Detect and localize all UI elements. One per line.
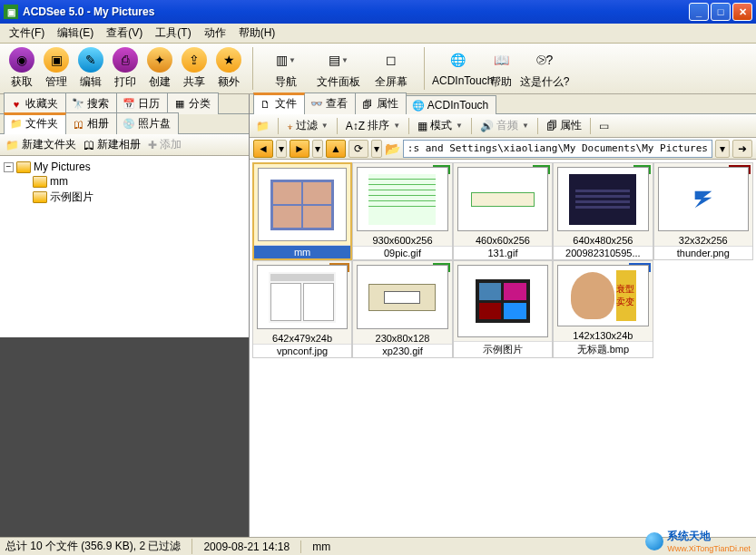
mode-button[interactable]: ▦模式▼ [415, 117, 466, 134]
calendar-icon: 📅 [123, 99, 135, 110]
path-dropdown[interactable]: ▾ [715, 140, 730, 158]
fwd-split[interactable]: ▾ [312, 140, 323, 158]
menu-help[interactable]: 帮助(H) [233, 24, 281, 43]
history-split[interactable]: ▾ [371, 140, 382, 158]
nav-button[interactable]: ▥▼导航 [260, 47, 311, 90]
menu-edit[interactable]: 编辑(E) [52, 24, 99, 43]
back-split[interactable]: ▾ [276, 140, 287, 158]
go-button[interactable]: ➜ [732, 140, 752, 158]
menu-file[interactable]: 文件(F) [4, 24, 50, 43]
thumb-131[interactable]: GIF 460x60x256 131.gif [453, 162, 553, 260]
watermark-logo [645, 532, 663, 550]
new-album-button[interactable]: 🕮新建相册 [83, 137, 141, 152]
thumbnail-grid[interactable]: mm GIF 930x600x256 09pic.gif GIF 460x60x… [250, 160, 756, 537]
select-button[interactable]: ▭ [596, 119, 612, 133]
acquire-button[interactable]: ◉获取 [5, 47, 38, 90]
thumb-09pic[interactable]: GIF 930x600x256 09pic.gif [352, 162, 452, 260]
folder-tree[interactable]: − My Pictures mm 示例图片 [0, 156, 249, 337]
tab-acdintouch[interactable]: 🌐ACDInTouch [406, 95, 496, 114]
tab-discs[interactable]: 💿照片盘 [116, 112, 179, 134]
heart-icon: ♥ [10, 99, 23, 110]
tab-albums[interactable]: 🕮相册 [65, 112, 117, 134]
album-icon: 🕮 [72, 119, 84, 130]
up-button[interactable]: ▲ [326, 140, 346, 158]
manage-button[interactable]: ▣管理 [40, 47, 73, 90]
collapse-icon[interactable]: − [4, 162, 14, 172]
help-button[interactable]: 📖帮助 [485, 47, 517, 90]
tab-calendar[interactable]: 📅日历 [116, 92, 168, 114]
new-folder-button[interactable]: 📁新建文件夹 [5, 137, 76, 152]
tab-search[interactable]: 🔭搜索 [65, 92, 117, 114]
status-date: 2009-08-21 14:18 [203, 540, 301, 553]
right-tabs: 🗋文件 👓查看 🗐属性 🌐ACDInTouch [250, 94, 756, 114]
create-icon: ✦ [147, 47, 172, 73]
fullscreen-icon: ◻ [378, 47, 404, 73]
filepanel-button[interactable]: ▤▼文件面板 [313, 47, 364, 90]
thumb-sample[interactable]: 示例图片 [453, 260, 553, 358]
thumb-vpnconf[interactable]: JPG 642x479x24b vpnconf.jpg [252, 260, 352, 358]
window-controls: _ □ ✕ [689, 3, 752, 21]
folder-icon: 📁 [10, 119, 23, 130]
rt-folder-button[interactable]: 📁 [253, 119, 272, 133]
grid-icon: ▦ [173, 99, 186, 110]
left-pane: ♥收藏夹 🔭搜索 📅日历 ▦分类 📁文件夹 🕮相册 💿照片盘 📁新建文件夹 🕮新… [0, 94, 250, 537]
sort-button[interactable]: A↕Z排序▼ [343, 117, 403, 134]
menu-view[interactable]: 查看(V) [101, 24, 148, 43]
tree-node-sample[interactable]: 示例图片 [18, 189, 247, 206]
print-button[interactable]: ⎙打印 [109, 47, 142, 90]
menu-action[interactable]: 动作 [199, 24, 231, 43]
share-button[interactable]: ⇪共享 [178, 47, 211, 90]
tab-props[interactable]: 🗐属性 [355, 92, 407, 114]
thumb-untitled[interactable]: BMP 衰型卖变 142x130x24b 无标题.bmp [553, 260, 653, 358]
minimize-button[interactable]: _ [689, 3, 709, 21]
props-button[interactable]: 🗐属性 [544, 117, 584, 134]
menubar: 文件(F) 编辑(E) 查看(V) 工具(T) 动作 帮助(H) [0, 24, 756, 44]
whats-button[interactable]: ⧁?这是什么? [519, 47, 570, 90]
props-icon: 🗐 [361, 99, 374, 110]
preview-pane [0, 337, 249, 537]
tab-files[interactable]: 🗋文件 [253, 92, 305, 114]
right-pane: 🗋文件 👓查看 🗐属性 🌐ACDInTouch 📁 ⍖过滤▼ A↕Z排序▼ ▦模… [250, 94, 756, 537]
menu-tools[interactable]: 工具(T) [150, 24, 196, 43]
speaker-icon: 🔊 [480, 120, 494, 132]
close-button[interactable]: ✕ [732, 3, 752, 21]
path-bar: ◄ ▾ ► ▾ ▲ ⟳ ▾ 📂 :s and Settings\xiaolian… [250, 138, 756, 160]
new-folder-icon: 📁 [5, 139, 19, 151]
thumb-2009823[interactable]: GIF 640x480x256 200982310595... [553, 162, 653, 260]
plus-icon: ✚ [148, 139, 157, 151]
extra-button[interactable]: ★额外 [212, 47, 245, 90]
add-button[interactable]: ✚添加 [148, 137, 182, 152]
globe-icon: 🌐 [445, 47, 470, 73]
maximize-button[interactable]: □ [711, 3, 731, 21]
page-icon: 🗋 [260, 99, 272, 110]
glasses-icon: 👓 [310, 99, 323, 110]
tab-favorites[interactable]: ♥收藏夹 [4, 92, 66, 114]
thumb-xp230[interactable]: GIF 230x80x128 xp230.gif [352, 260, 452, 358]
tab-view[interactable]: 👓查看 [304, 92, 356, 114]
thumb-mm[interactable]: mm [252, 162, 352, 260]
edit-button[interactable]: ✎编辑 [74, 47, 107, 90]
folder-icon: 📁 [256, 120, 270, 132]
tree-node-mm[interactable]: mm [18, 174, 247, 189]
nav-icon: ▥▼ [273, 47, 299, 73]
filepanel-icon: ▤▼ [326, 47, 351, 73]
thumb-mode-icon: ▦ [417, 120, 427, 132]
tab-category[interactable]: ▦分类 [167, 92, 219, 114]
thumb-thunder[interactable]: PNG 32x32x256 thunder.png [653, 162, 753, 260]
folder-icon: 📂 [385, 141, 400, 156]
audio-button[interactable]: 🔊音频▼ [477, 117, 532, 134]
tree-root[interactable]: − My Pictures [2, 160, 247, 174]
acquire-icon: ◉ [9, 47, 34, 73]
folder-icon [33, 191, 47, 203]
path-field[interactable]: :s and Settings\xiaoliang\My Documents\M… [403, 140, 712, 158]
status-selection: mm [312, 540, 341, 553]
create-button[interactable]: ✦创建 [143, 47, 176, 90]
tab-folders[interactable]: 📁文件夹 [4, 112, 66, 134]
fwd-button[interactable]: ► [290, 140, 309, 158]
filter-button[interactable]: ⍖过滤▼ [284, 117, 331, 134]
props-icon: 🗐 [546, 120, 557, 132]
history-button[interactable]: ⟳ [349, 140, 368, 158]
back-button[interactable]: ◄ [253, 140, 273, 158]
fullscreen-button[interactable]: ◻全屏幕 [366, 47, 417, 90]
acdintouch-button[interactable]: 🌐ACDInTouch [432, 47, 483, 90]
